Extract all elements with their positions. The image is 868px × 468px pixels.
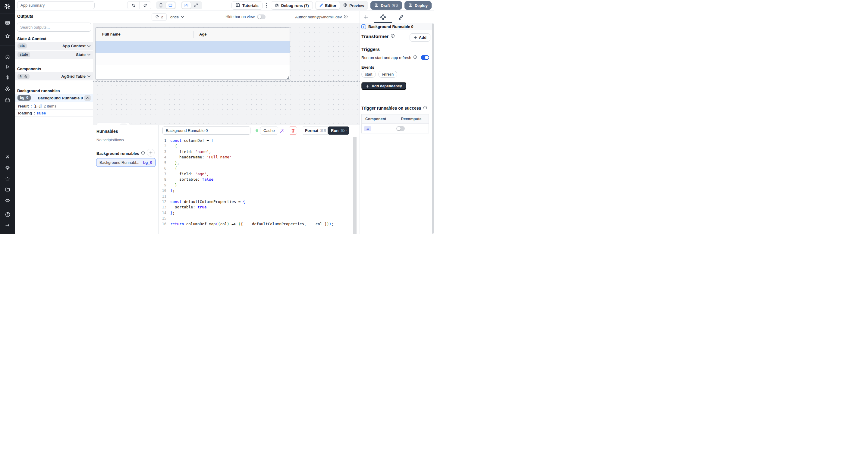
- code-editor[interactable]: 1const columnDef = [2 {3 field: 'name',4…: [158, 137, 349, 234]
- format-label: Format: [305, 128, 318, 133]
- info-icon[interactable]: [423, 106, 427, 110]
- user-icon[interactable]: [0, 153, 15, 161]
- recompute-toggle[interactable]: [396, 126, 405, 131]
- deploy-button[interactable]: Deploy: [404, 1, 432, 10]
- components-settings-tab[interactable]: [379, 13, 387, 21]
- app-summary-input[interactable]: [17, 1, 95, 9]
- info-icon[interactable]: [344, 14, 348, 20]
- chevron-down-icon[interactable]: [87, 54, 91, 56]
- fullscreen-button[interactable]: [192, 2, 200, 9]
- preview-tab[interactable]: Preview: [340, 1, 367, 9]
- insert-component-tab[interactable]: [362, 13, 370, 21]
- component-a-badge[interactable]: a: [364, 126, 371, 131]
- canvas-grid[interactable]: Full name Age − 100% +: [93, 23, 360, 125]
- chevron-down-icon[interactable]: [87, 45, 91, 47]
- code-line[interactable]: 16return columnDef.map((col) => ({ ...de…: [158, 221, 349, 227]
- info-icon[interactable]: [141, 151, 145, 156]
- run-on-start-row: Run on start and app refresh: [361, 55, 417, 60]
- windmill-logo-icon[interactable]: [4, 3, 11, 11]
- theme-brush-tab[interactable]: [397, 13, 404, 21]
- code-line[interactable]: 11: [158, 194, 349, 199]
- format-button[interactable]: Format ⌘S: [302, 127, 330, 135]
- info-icon[interactable]: [391, 34, 395, 39]
- code-line[interactable]: 2 {: [158, 143, 349, 149]
- code-line[interactable]: 12const defaultColumnProperties = {: [158, 199, 349, 204]
- column-divider[interactable]: [193, 31, 193, 38]
- expand-sidebar-arrow-icon[interactable]: [0, 221, 15, 229]
- event-chip-start[interactable]: start: [361, 71, 376, 78]
- editor-scrollbar[interactable]: [353, 137, 356, 234]
- help-icon[interactable]: [0, 210, 15, 218]
- background-runnable-item[interactable]: Background Runnabl... bg_0: [96, 158, 156, 167]
- chevron-down-icon[interactable]: [87, 75, 91, 78]
- code-line[interactable]: 13 sortable: true: [158, 204, 349, 210]
- more-options-kebab-icon[interactable]: [265, 3, 268, 7]
- code-line[interactable]: 3 field: 'name',: [158, 149, 349, 155]
- settings-gear-icon[interactable]: [0, 164, 15, 172]
- ctx-badge: ctx: [18, 43, 27, 48]
- aggrid-table-component[interactable]: Full name Age: [95, 27, 290, 79]
- code-line[interactable]: 15: [158, 215, 349, 221]
- code-line[interactable]: 4 headerName: 'Full name': [158, 155, 349, 160]
- refresh-count-button[interactable]: 2: [152, 13, 167, 21]
- folders-icon[interactable]: [0, 186, 15, 193]
- audit-eye-icon[interactable]: [0, 197, 15, 204]
- favorites-star-icon[interactable]: [0, 32, 15, 40]
- code-line[interactable]: 1const columnDef = [: [158, 138, 349, 143]
- editor-tab[interactable]: Editor: [316, 1, 340, 9]
- code-line[interactable]: 14};: [158, 210, 349, 215]
- component-a-row[interactable]: a AgGrid Table: [15, 72, 93, 80]
- state-badge: state: [18, 52, 30, 57]
- info-icon[interactable]: [413, 55, 417, 60]
- column-header-full-name[interactable]: Full name: [102, 32, 121, 36]
- code-line[interactable]: 7 field: 'age',: [158, 171, 349, 177]
- desktop-view-button[interactable]: [166, 2, 175, 9]
- table-row[interactable]: [96, 53, 290, 65]
- undo-button[interactable]: [127, 1, 139, 9]
- workers-robot-icon[interactable]: [0, 175, 15, 182]
- runs-play-icon[interactable]: [0, 63, 15, 71]
- ai-wand-icon[interactable]: [279, 128, 284, 135]
- settings-panel: f Background Runnable 0 Transformer Add …: [360, 11, 434, 234]
- home-icon[interactable]: [0, 53, 15, 61]
- cache-button[interactable]: Cache: [260, 127, 278, 135]
- code-line[interactable]: 9 }: [158, 182, 349, 188]
- table-row-selected[interactable]: [96, 41, 290, 53]
- collapse-button[interactable]: [84, 95, 91, 101]
- resources-cubes-icon[interactable]: [0, 85, 15, 93]
- refresh-mode-dropdown[interactable]: once: [170, 13, 184, 21]
- code-line[interactable]: 6 {: [158, 166, 349, 171]
- refresh-mode-label: once: [170, 15, 179, 19]
- undo-redo-group: [127, 1, 151, 9]
- draft-button[interactable]: Draft ⌘S: [370, 1, 402, 10]
- run-on-start-label: Run on start and app refresh: [361, 56, 411, 60]
- runnable-name-input[interactable]: [162, 127, 250, 135]
- result-expand-button[interactable]: [...]: [34, 104, 42, 108]
- state-row[interactable]: state State: [15, 51, 93, 59]
- add-background-runnable-button[interactable]: [147, 149, 155, 157]
- resize-handle[interactable]: [287, 76, 289, 78]
- bg0-row[interactable]: bg_0 Background Runnable 0: [15, 94, 93, 102]
- search-outputs-input[interactable]: [17, 23, 91, 32]
- panel-scrollbar[interactable]: [432, 24, 434, 234]
- hide-bar-toggle[interactable]: [257, 14, 266, 19]
- tutorials-button[interactable]: Tutorials: [231, 1, 262, 10]
- code-line[interactable]: 8 sortable: false: [158, 177, 349, 182]
- code-line[interactable]: 5 },: [158, 160, 349, 166]
- redo-button[interactable]: [139, 1, 151, 9]
- run-button[interactable]: Run ⌘↵: [328, 127, 349, 135]
- column-header-age[interactable]: Age: [199, 32, 207, 36]
- run-on-start-toggle[interactable]: [421, 55, 429, 60]
- variables-dollar-icon[interactable]: [0, 73, 15, 81]
- ctx-row[interactable]: ctx App Context: [15, 42, 93, 50]
- center-align-button[interactable]: [182, 2, 191, 9]
- delete-runnable-button[interactable]: [289, 127, 297, 135]
- add-dependency-button[interactable]: Add dependency: [361, 82, 406, 90]
- debug-runs-button[interactable]: Debug runs (7): [271, 1, 313, 10]
- code-line[interactable]: 10];: [158, 188, 349, 193]
- event-chip-refresh[interactable]: refresh: [378, 71, 397, 78]
- schedules-calendar-icon[interactable]: [0, 96, 15, 104]
- mobile-view-button[interactable]: [157, 2, 165, 9]
- apps-icon[interactable]: [0, 19, 15, 27]
- add-transformer-button[interactable]: Add: [410, 33, 430, 41]
